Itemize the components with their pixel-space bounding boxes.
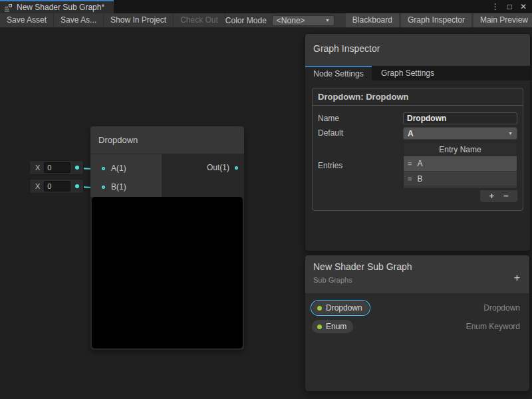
entries-list: Entry Name = A = B [403,142,517,189]
name-label: Name [318,112,403,124]
save-asset-button[interactable]: Save Asset [0,13,54,27]
entries-footer: + − [480,190,517,202]
input-port-b-label: B(1) [111,182,126,192]
input-port-a-label: A(1) [111,164,126,173]
subgraph-asset-icon [4,3,13,12]
dropdown-node[interactable]: Dropdown A(1) B(1) Out(1) [90,126,244,350]
color-mode-dropdown[interactable]: <None> ▼ [272,15,334,26]
node-title[interactable]: Dropdown [90,126,244,154]
node-input-container: A(1) B(1) [90,154,162,197]
node-preview-surface [92,197,243,348]
window-controls: ⋮ □ ✕ [491,0,532,13]
input-port-row-a: A(1) [90,159,162,178]
main-preview-toggle-button[interactable]: Main Preview [473,13,532,27]
window-maximize-icon[interactable]: □ [507,0,512,13]
input-a-value-field[interactable] [44,162,70,173]
entries-list-padding [404,186,517,188]
keyword-dot-icon [317,325,322,329]
entry-row-a[interactable]: = A [404,156,517,171]
axis-x-label: X [35,182,40,190]
drag-handle-icon[interactable]: = [408,175,412,183]
default-dropdown[interactable]: A ▼ [403,127,517,140]
keyword-dot-icon [317,306,322,311]
widget-port-dot[interactable] [75,184,79,188]
color-mode-value: <None> [277,16,305,25]
item-type-label: Dropdown [483,303,520,313]
tab-node-settings[interactable]: Node Settings [305,66,372,80]
node-output-container: Out(1) [162,154,244,197]
add-entry-button[interactable]: + [489,190,494,202]
window-close-icon[interactable]: ✕ [520,0,527,13]
blackboard-body: Dropdown Dropdown Enum Enum Keyword [305,293,529,336]
default-field-row: Default A ▼ [318,127,517,140]
name-input[interactable] [403,112,517,124]
default-dropdown-value: A [408,129,414,138]
widget-port-dot[interactable] [75,166,79,170]
blackboard-item-enum: Enum Enum Keyword [305,317,529,336]
blackboard-toggle-button[interactable]: Blackboard [346,13,399,27]
input-port-row-b: B(1) [90,178,162,196]
remove-entry-button[interactable]: − [503,190,509,202]
blackboard-item-dropdown: Dropdown Dropdown [305,299,529,317]
graph-inspector-panel: Graph Inspector Node Settings Graph Sett… [305,33,531,251]
item-type-label: Enum Keyword [466,322,520,331]
entry-row-b[interactable]: = B [404,171,517,186]
chevron-down-icon: ▼ [325,18,330,23]
add-property-button[interactable]: + [514,273,520,283]
dropdown-keyword-pill[interactable]: Dropdown [312,301,369,315]
graph-inspector-title[interactable]: Graph Inspector [305,34,530,66]
graph-canvas[interactable]: X X Dropdown A(1) B(1) Out(1) [0,28,532,399]
node-settings-section-title: Dropdown: Dropdown [313,88,523,106]
check-out-button: Check Out [174,13,225,27]
window-menu-icon[interactable]: ⋮ [491,0,499,13]
window-tab-bar: New Shader Sub Graph* ⋮ □ ✕ [0,0,532,13]
show-in-project-button[interactable]: Show In Project [104,13,174,27]
graph-inspector-toggle-button[interactable]: Graph Inspector [401,13,471,27]
enum-keyword-pill[interactable]: Enum [312,320,353,333]
blackboard-subtitle: Sub Graphs [313,276,352,284]
entries-field-row: Entries Entry Name = A = B [318,142,517,189]
node-preview-container [90,197,244,350]
color-mode-label: Color Mode [225,16,267,25]
input-a-default-widget: X [29,160,84,175]
input-b-value-field[interactable] [44,181,70,192]
output-port[interactable] [235,166,238,170]
entries-footer-row: + − [313,190,517,202]
blackboard-header[interactable]: New Shader Sub Graph Sub Graphs + [305,255,529,293]
pill-label: Dropdown [326,303,362,313]
output-port-label: Out(1) [207,163,229,172]
input-port-b[interactable] [102,186,105,189]
entry-name: A [417,159,422,168]
tab-graph-settings[interactable]: Graph Settings [372,66,444,80]
drag-handle-icon[interactable]: = [408,160,412,168]
entry-name: B [417,174,422,184]
node-settings-section: Dropdown: Dropdown Name Default A ▼ Entr… [312,88,523,211]
toolbar-right-group: Color Mode <None> ▼ Blackboard Graph Ins… [225,13,532,27]
pill-label: Enum [326,322,346,331]
document-tab-title: New Shader Sub Graph* [17,3,104,12]
name-field-row: Name [318,112,517,124]
shader-graph-toolbar: Save Asset Save As... Show In Project Ch… [0,13,532,28]
output-port-row: Out(1) [162,158,244,177]
entries-list-header: Entry Name [404,143,517,156]
save-as-button[interactable]: Save As... [54,13,104,27]
inspector-tab-bar: Node Settings Graph Settings [305,66,530,80]
entries-label: Entries [318,161,403,170]
axis-x-label: X [35,164,40,172]
chevron-down-icon: ▼ [508,131,513,136]
blackboard-panel: New Shader Sub Graph Sub Graphs + Dropdo… [305,255,530,392]
blackboard-title: New Shader Sub Graph [313,261,412,272]
input-port-a[interactable] [102,167,105,170]
document-tab[interactable]: New Shader Sub Graph* [0,0,114,13]
node-body: A(1) B(1) Out(1) [90,154,244,197]
default-label: Default [318,127,403,140]
input-b-default-widget: X [29,179,84,194]
